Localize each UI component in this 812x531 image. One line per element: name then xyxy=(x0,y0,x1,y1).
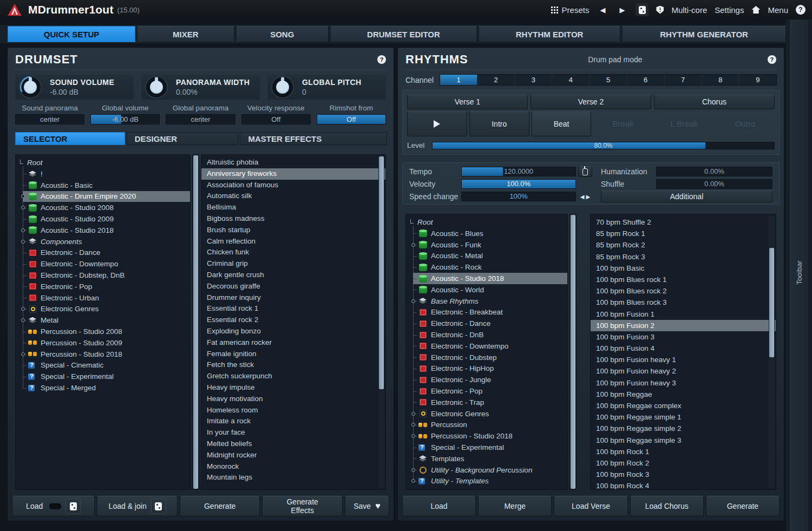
list-item-100-bpm-reggae-complex[interactable]: 100 bpm Reggae complex xyxy=(591,400,776,411)
list-item-100-bpm-rock-2[interactable]: 100 bpm Rock 2 xyxy=(591,457,776,469)
expand-icon[interactable] xyxy=(411,412,415,416)
randomize-button[interactable] xyxy=(636,3,649,16)
tree-item-electronic-dance[interactable]: Electronic - Dance xyxy=(413,318,567,329)
generate-button[interactable]: Generate xyxy=(706,496,780,516)
list-item-100-bpm-fusion-heavy-1[interactable]: 100 bpm Fusion heavy 1 xyxy=(591,354,776,365)
help-icon[interactable]: ? xyxy=(796,5,806,15)
tree-item-electronic-urban[interactable]: Electronic - Urban xyxy=(23,292,190,304)
list-item-automatic-silk[interactable]: Automatic silk xyxy=(201,191,385,202)
list-item-fetch-the-stick[interactable]: Fetch the stick xyxy=(201,359,385,371)
tree-item-electronic-downtempo[interactable]: Electronic - Downtempo xyxy=(23,258,190,270)
list-item-heavy-impulse[interactable]: Heavy impulse xyxy=(201,382,385,394)
field-bar-rimshot-from[interactable]: Off xyxy=(317,114,386,124)
tree-item-electronic-pop[interactable]: Electronic - Pop xyxy=(23,281,190,292)
list-item-85-bpm-rock-1[interactable]: 85 bpm Rock 1 xyxy=(591,228,776,239)
list-item-85-bpm-rock-2[interactable]: 85 bpm Rock 2 xyxy=(591,239,776,251)
list-item-100-bpm-rock-1[interactable]: 100 bpm Rock 1 xyxy=(591,446,776,457)
additional-button[interactable]: Additional xyxy=(601,191,772,202)
list-item-dark-gentle-crush[interactable]: Dark gentle crush xyxy=(201,270,385,281)
list-item-altruistic-phobia[interactable]: Altruistic phobia xyxy=(201,157,385,168)
list-item-monorock[interactable]: Monorock xyxy=(201,461,385,473)
tree-item-electronic-downtempo[interactable]: Electronic - Downtempo xyxy=(413,340,567,352)
section-chorus[interactable]: Chorus xyxy=(654,95,775,109)
list-item-100-bpm-rock-3[interactable]: 100 bpm Rock 3 xyxy=(591,469,776,480)
field-bar-global-panorama[interactable]: center xyxy=(166,114,235,124)
tree-item-acoustic-studio-2008[interactable]: Acoustic - Studio 2008 xyxy=(23,202,190,213)
tree-item-percussion[interactable]: Percussion xyxy=(413,419,567,431)
panorama-width-knob[interactable] xyxy=(145,75,168,99)
channel-6[interactable]: 6 xyxy=(627,75,665,85)
channel-7[interactable]: 7 xyxy=(665,75,702,85)
tree-item-electronic-dubstep-dnb[interactable]: Electronic - Dubstep, DnB xyxy=(23,270,190,281)
speed-change-field[interactable]: 100% xyxy=(461,192,576,201)
load-button[interactable]: Load xyxy=(402,496,476,516)
list-item-fat-american-rocker[interactable]: Fat american rocker xyxy=(201,337,385,349)
tree-item-special-experimental[interactable]: Special - Experimental xyxy=(23,371,190,382)
list-item-imitate-a-rock[interactable]: Imitate a rock xyxy=(201,416,385,427)
tempo-slider[interactable]: 120.0000 xyxy=(461,167,576,176)
tab-rhythm-generator[interactable]: RHYTHM GENERATOR xyxy=(622,26,786,42)
save-button[interactable]: Save♥ xyxy=(345,496,389,516)
list-item-midnight-rocker[interactable]: Midnight rocker xyxy=(201,450,385,461)
toggle-pill[interactable] xyxy=(49,503,61,509)
drum-pad-mode-button[interactable]: Drum pad mode xyxy=(588,55,642,64)
dice-button[interactable] xyxy=(66,499,81,514)
tree-item-special-merged[interactable]: Special - Merged xyxy=(23,382,190,394)
heart-icon[interactable]: ♥ xyxy=(375,501,381,511)
rhythms-help-icon[interactable]: ? xyxy=(768,55,776,64)
list-item-melted-beliefs[interactable]: Melted beliefs xyxy=(201,438,385,450)
list-item-anniversary-fireworks[interactable]: Anniversary fireworks xyxy=(201,168,385,180)
previous-preset-icon[interactable]: ◀ xyxy=(597,6,608,14)
intro-button[interactable]: Intro xyxy=(469,112,529,136)
tree-item-electronic-trap[interactable]: Electronic - Trap xyxy=(413,397,567,408)
subtab-selector[interactable]: SELECTOR xyxy=(15,132,125,145)
tree-item-item[interactable]: ! xyxy=(23,168,190,180)
list-item-female-ignition[interactable]: Female ignition xyxy=(201,349,385,360)
tree-item-acoustic-studio-2018[interactable]: Acoustic - Studio 2018 xyxy=(23,225,190,236)
next-preset-icon[interactable]: ▶ xyxy=(616,6,628,14)
expand-icon[interactable] xyxy=(411,423,415,427)
list-item-bigboss-madness[interactable]: Bigboss madness xyxy=(201,213,385,225)
subtab-designer[interactable]: DESIGNER xyxy=(127,132,239,145)
tree-item-acoustic-world[interactable]: Acoustic - World xyxy=(413,284,567,296)
tab-quick-setup[interactable]: QUICK SETUP xyxy=(8,26,135,42)
list-item-100-bpm-blues-rock-1[interactable]: 100 bpm Blues rock 1 xyxy=(591,274,776,285)
section-verse-2[interactable]: Verse 2 xyxy=(531,95,651,109)
list-item-100-bpm-fusion-2[interactable]: 100 bpm Fusion 2 xyxy=(591,320,776,331)
expand-icon[interactable] xyxy=(21,318,25,322)
section-verse-1[interactable]: Verse 1 xyxy=(407,95,528,109)
drumset-help-icon[interactable]: ? xyxy=(377,55,386,64)
channel-2[interactable]: 2 xyxy=(477,75,515,85)
list-item-100-bpm-reggae-simple-1[interactable]: 100 bpm Reggae simple 1 xyxy=(591,411,776,423)
tree-item-acoustic-drum-empire-2020[interactable]: Acoustic - Drum Empire 2020 xyxy=(23,191,190,202)
tree-item-acoustic-rock[interactable]: Acoustic - Rock xyxy=(413,261,567,273)
list-item-bellisima[interactable]: Bellisima xyxy=(201,202,385,213)
tap-tempo-button[interactable] xyxy=(578,166,592,177)
list-item-essential-rock-1[interactable]: Essential rock 1 xyxy=(201,303,385,314)
play-button[interactable] xyxy=(407,112,467,136)
expand-icon[interactable] xyxy=(21,352,25,356)
tree-item-electronic-breakbeat[interactable]: Electronic - Breakbeat xyxy=(413,307,567,318)
tree-item-acoustic-basic[interactable]: Acoustic - Basic xyxy=(23,180,190,191)
expand-icon[interactable] xyxy=(21,194,25,198)
list-item-in-your-face[interactable]: In your face xyxy=(201,427,385,438)
list-item-essential-rock-2[interactable]: Essential rock 2 xyxy=(201,314,385,326)
tab-mixer[interactable]: MIXER xyxy=(137,26,234,42)
tree-item-components[interactable]: Components xyxy=(23,236,190,247)
tree-item-electronic-genres[interactable]: Electronic Genres xyxy=(23,304,190,315)
list-item-100-bpm-fusion-heavy-2[interactable]: 100 bpm Fusion heavy 2 xyxy=(591,365,776,377)
tree-item-electronic-dance[interactable]: Electronic - Dance xyxy=(23,247,190,259)
tree-root[interactable]: Root xyxy=(406,217,567,228)
multicore-button[interactable]: Multi-core xyxy=(671,5,707,15)
list-item-100-bpm-blues-rock-3[interactable]: 100 bpm Blues rock 3 xyxy=(591,297,776,308)
list-item-heavy-motivation[interactable]: Heavy motivation xyxy=(201,394,385,405)
tree-item-percussion-studio-2008[interactable]: Percussion - Studio 2008 xyxy=(23,326,190,337)
list-item-exploding-bonzo[interactable]: Exploding bonzo xyxy=(201,326,385,337)
expand-icon[interactable] xyxy=(21,206,25,209)
tree-root[interactable]: Root xyxy=(16,157,190,168)
expand-icon[interactable] xyxy=(21,240,25,244)
global-pitch-knob[interactable] xyxy=(271,75,294,99)
merge-button[interactable]: Merge xyxy=(478,496,552,516)
drumset-tree-scrollbar[interactable] xyxy=(192,154,199,490)
generate-effects-button[interactable]: Generate Effects xyxy=(262,496,343,516)
